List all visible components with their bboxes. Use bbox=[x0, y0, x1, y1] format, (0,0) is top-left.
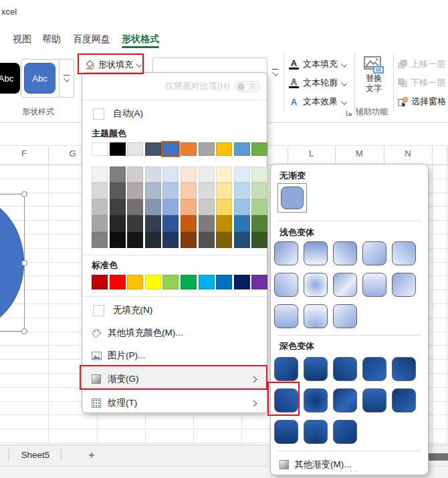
shape-styles-more-button[interactable] bbox=[59, 59, 74, 98]
dark-gradient-swatch[interactable] bbox=[304, 357, 328, 381]
theme-color-variant-swatch[interactable] bbox=[145, 199, 161, 215]
theme-color-variant-swatch[interactable] bbox=[251, 183, 267, 199]
standard-color-swatch[interactable] bbox=[216, 275, 232, 289]
shape-style-blue[interactable]: Abc bbox=[24, 63, 55, 94]
column-header-n[interactable]: N bbox=[384, 148, 432, 158]
dark-gradient-swatch[interactable] bbox=[274, 420, 298, 444]
theme-color-variant-swatch[interactable] bbox=[162, 166, 179, 183]
theme-color-variant-swatch[interactable] bbox=[181, 166, 197, 183]
light-gradient-swatch[interactable] bbox=[274, 273, 298, 297]
theme-color-variant-swatch[interactable] bbox=[216, 166, 232, 183]
horizontal-scrollbar-thumb[interactable] bbox=[429, 453, 448, 461]
shape-style-black[interactable]: Abc bbox=[0, 63, 20, 94]
light-gradient-swatch[interactable] bbox=[333, 304, 357, 328]
theme-color-variant-swatch[interactable] bbox=[127, 166, 143, 183]
standard-color-swatch[interactable] bbox=[92, 275, 108, 289]
standard-color-swatch[interactable] bbox=[181, 275, 197, 289]
theme-color-variant-swatch[interactable] bbox=[92, 183, 108, 199]
selection-pane-button[interactable]: 选择窗格 bbox=[398, 94, 446, 110]
menu-resize-handle[interactable]: ···· bbox=[271, 465, 428, 475]
theme-color-variant-swatch[interactable] bbox=[251, 166, 267, 183]
texture-item[interactable]: 纹理(T) bbox=[82, 392, 267, 414]
theme-color-variant-swatch[interactable] bbox=[92, 166, 108, 183]
theme-color-variant-swatch[interactable] bbox=[199, 166, 215, 183]
theme-color-variant-swatch[interactable] bbox=[234, 183, 250, 199]
resize-handle-middle-right[interactable] bbox=[21, 260, 27, 266]
theme-color-variant-swatch[interactable] bbox=[127, 215, 143, 231]
tab-help[interactable]: 帮助 bbox=[40, 31, 63, 47]
automatic-color-item[interactable]: 自动(A) bbox=[93, 104, 143, 124]
tab-shape-format[interactable]: 形状格式 bbox=[119, 31, 162, 47]
theme-color-variant-swatch[interactable] bbox=[110, 183, 126, 199]
standard-color-swatch[interactable] bbox=[199, 275, 215, 289]
no-gradient-swatch[interactable] bbox=[281, 187, 304, 209]
theme-color-variant-swatch[interactable] bbox=[127, 232, 143, 248]
column-header-m[interactable]: M bbox=[335, 148, 384, 158]
light-gradient-swatch[interactable] bbox=[333, 273, 357, 297]
theme-color-variant-swatch[interactable] bbox=[162, 215, 179, 231]
theme-color-variant-swatch[interactable] bbox=[92, 199, 108, 215]
dark-gradient-swatch[interactable] bbox=[274, 357, 298, 381]
theme-color-variant-swatch[interactable] bbox=[234, 215, 250, 231]
column-header-l[interactable]: L bbox=[288, 148, 335, 158]
theme-color-variant-swatch[interactable] bbox=[110, 199, 126, 215]
sheet-tab-sheet5[interactable]: Sheet5 bbox=[13, 447, 58, 463]
theme-color-variant-swatch[interactable] bbox=[251, 232, 267, 248]
theme-color-variant-swatch[interactable] bbox=[181, 232, 197, 248]
resize-handle-top-right[interactable] bbox=[21, 191, 27, 197]
theme-color-swatch[interactable] bbox=[199, 142, 215, 156]
light-gradient-swatch[interactable] bbox=[304, 241, 328, 265]
standard-color-swatch[interactable] bbox=[110, 275, 126, 289]
theme-color-variant-swatch[interactable] bbox=[199, 199, 215, 215]
no-gradient-selected-frame[interactable] bbox=[277, 183, 307, 213]
theme-color-variant-swatch[interactable] bbox=[162, 183, 179, 199]
theme-color-variant-swatch[interactable] bbox=[234, 166, 250, 183]
theme-color-variant-swatch[interactable] bbox=[92, 232, 108, 248]
theme-color-variant-swatch[interactable] bbox=[251, 199, 267, 215]
alt-text-button[interactable]: 替换 文字 bbox=[358, 56, 389, 94]
light-gradient-swatch[interactable] bbox=[274, 304, 298, 328]
theme-color-swatch[interactable] bbox=[92, 142, 108, 156]
dark-gradient-swatch[interactable] bbox=[304, 388, 328, 412]
standard-color-swatch[interactable] bbox=[127, 275, 143, 289]
theme-color-variant-swatch[interactable] bbox=[181, 215, 197, 231]
light-gradient-swatch[interactable] bbox=[304, 273, 328, 297]
theme-color-variant-swatch[interactable] bbox=[110, 232, 126, 248]
dark-gradient-swatch[interactable] bbox=[304, 420, 328, 444]
light-gradient-swatch[interactable] bbox=[333, 241, 357, 265]
theme-color-variant-swatch[interactable] bbox=[199, 183, 215, 199]
theme-color-variant-swatch[interactable] bbox=[110, 215, 126, 231]
theme-color-variant-swatch[interactable] bbox=[216, 215, 232, 231]
dark-gradient-swatch[interactable] bbox=[392, 388, 416, 412]
standard-color-swatch[interactable] bbox=[251, 275, 267, 289]
theme-color-variant-swatch[interactable] bbox=[127, 183, 143, 199]
tab-view[interactable]: 视图 bbox=[11, 31, 33, 47]
theme-color-swatch[interactable] bbox=[145, 142, 161, 156]
dark-gradient-swatch[interactable] bbox=[392, 357, 416, 381]
light-gradient-swatch[interactable] bbox=[274, 241, 298, 265]
theme-color-variant-swatch[interactable] bbox=[145, 215, 161, 231]
light-gradient-swatch[interactable] bbox=[362, 241, 386, 265]
theme-color-variant-swatch[interactable] bbox=[162, 232, 179, 248]
text-fill-button[interactable]: A 文本填充 bbox=[289, 56, 346, 72]
theme-color-swatch[interactable] bbox=[127, 142, 143, 156]
text-effects-button[interactable]: A 文本效果 bbox=[289, 94, 346, 110]
light-gradient-swatch[interactable] bbox=[392, 273, 416, 297]
theme-color-swatch[interactable] bbox=[181, 142, 197, 156]
dark-gradient-swatch[interactable] bbox=[362, 357, 386, 381]
light-gradient-swatch[interactable] bbox=[362, 273, 386, 297]
theme-color-variant-swatch[interactable] bbox=[216, 199, 232, 215]
theme-color-swatch[interactable] bbox=[234, 142, 250, 156]
dark-gradient-swatch[interactable] bbox=[333, 388, 357, 412]
dark-gradient-swatch[interactable] bbox=[333, 420, 357, 444]
standard-color-swatch[interactable] bbox=[162, 275, 179, 289]
theme-color-swatch[interactable] bbox=[110, 142, 126, 156]
tab-baidu-netdisk[interactable]: 百度网盘 bbox=[70, 31, 114, 47]
theme-color-variant-swatch[interactable] bbox=[110, 166, 126, 183]
theme-color-variant-swatch[interactable] bbox=[216, 183, 232, 199]
theme-color-variant-swatch[interactable] bbox=[145, 183, 161, 199]
theme-color-variant-swatch[interactable] bbox=[181, 183, 197, 199]
theme-color-variant-swatch[interactable] bbox=[234, 232, 250, 248]
theme-color-variant-swatch[interactable] bbox=[127, 199, 143, 215]
theme-color-variant-swatch[interactable] bbox=[216, 232, 232, 248]
